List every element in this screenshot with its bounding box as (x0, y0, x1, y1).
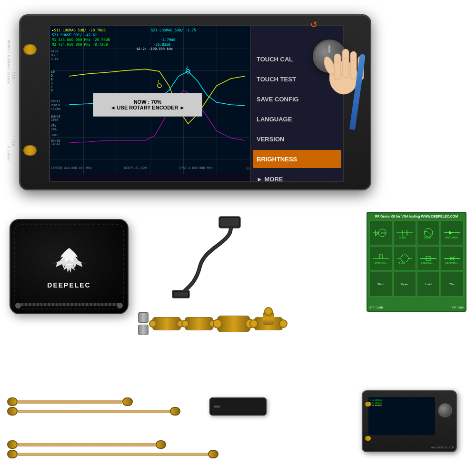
brightness-label: BRIGHTNESS (257, 156, 297, 163)
adapter-silver-2 (138, 325, 149, 335)
coax-cable-2 (7, 407, 180, 416)
rf-load-label: Load (425, 283, 431, 286)
rf-circuit-2: 5-33Ω (396, 226, 414, 239)
touch-cal-label: TOUCH CAL (257, 56, 293, 63)
rf-demo-kit: RF Demo Kit for VNA testing WWW.DEEPELEC… (367, 212, 471, 317)
svg-text:HP/500MHz: HP/500MHz (445, 262, 458, 265)
cable-1-left-connector (7, 397, 18, 406)
adapter-silver-group (138, 312, 149, 335)
deepelec-url: DEEPELEC.COM (124, 166, 147, 170)
svg-text:HP/S0.7MHz: HP/S0.7MHz (374, 262, 387, 265)
svg-text:5-33Ω: 5-33Ω (399, 236, 406, 239)
device-small-sma-bottom (365, 436, 371, 441)
rf-cell-9: Short (369, 272, 392, 297)
coax-cable-1 (7, 397, 133, 406)
rotary-instruction: ◄ USE ROTARY ENCODER ► (110, 105, 185, 110)
coax-cable-4 (7, 450, 218, 458)
cable-1-body (18, 400, 122, 404)
language-label: LANGUAGE (257, 116, 292, 123)
s11-info: ►S11 LOGMAG 5dB/ -20.78dB (52, 28, 106, 32)
version-label: VERSION (257, 136, 285, 143)
rf-circuit-4: SRF6.5MHz (443, 226, 461, 239)
rf-board-title: RF Demo Kit for VNA testing WWW.DEEPELEC… (369, 215, 464, 218)
center-freq: CENTER 434.000.000 MHz (51, 166, 92, 170)
cable-2-right-connector (170, 407, 180, 416)
menu-more[interactable]: ► MORE (253, 170, 341, 182)
port2-label: PORT 2 (7, 146, 10, 160)
adapter-silver-1 (138, 312, 149, 323)
usb-cable (157, 214, 252, 300)
case-body: DEEPELEC (10, 219, 129, 314)
device-small-knob (438, 403, 452, 417)
s11-label: S11 ↑ (12, 68, 15, 79)
coax-cable-3 (7, 440, 166, 449)
menu-version[interactable]: VERSION (253, 130, 341, 148)
cable-3-left-connector (7, 440, 18, 449)
device-small-screen: S11 LOGMAG S21 LOGMAG 433.860MHz (368, 397, 435, 435)
svg-rect-5 (334, 54, 341, 80)
rf-att10: ATT -10dB (369, 306, 383, 309)
rf-cell-8: HP/500MHz (441, 246, 464, 271)
rf-circuit-6: Smith (396, 252, 414, 265)
svg-rect-14 (220, 218, 239, 227)
rf-thru-label: Thru (449, 283, 455, 286)
rf-short-label: Short (377, 283, 384, 286)
case-eagle-icon (50, 244, 88, 278)
dongle-label: ■■■ (214, 405, 220, 408)
rf-labels-bottom: ATT -10dB ATT -3dB (369, 306, 464, 309)
rf-cell-2: 5-33Ω (393, 220, 416, 245)
svg-text:Smith: Smith (398, 262, 405, 265)
case-brand-text: DEEPELEC (47, 281, 90, 289)
svg-text:75Ω: 75Ω (381, 232, 387, 235)
rf-circuit-5: HP/S0.7MHz (372, 252, 390, 265)
carrying-case: DEEPELEC (10, 219, 138, 324)
rf-att3: ATT -3dB (452, 306, 464, 309)
sma-adapter-1 (152, 317, 181, 330)
rf-circuit-1: 75Ω (372, 226, 390, 239)
adapters-row (138, 305, 352, 343)
cable-2-left-connector (7, 407, 18, 416)
rf-cell-10: Open (393, 272, 416, 297)
t-adapter (254, 312, 283, 336)
rf-cell-7: LPF450MHz (417, 246, 440, 271)
case-zipper (18, 303, 120, 306)
rf-circuit-7: LPF450MHz (419, 252, 437, 265)
rf-open-label: Open (401, 283, 408, 286)
rf-cell-12: Thru (441, 272, 464, 297)
device-body: PORT1 POWER +1dBm PORT 2 S11 ↑ S21 ↓ (19, 14, 371, 190)
m2-info: M2 434.050 000 MHz -0.72dB (52, 42, 108, 47)
svg-text:1: 1 (157, 80, 159, 84)
svg-point-0 (158, 84, 161, 88)
s21-info: S21 PHASE 90°/ -42.6° (52, 33, 97, 37)
svg-text:LPF450MHz: LPF450MHz (421, 262, 435, 265)
screen-bottom-bar: CENTER 434.000.000 MHz DEEPELEC.COM SPAN… (51, 163, 250, 173)
rf-circuit-8: HP/500MHz (443, 252, 461, 265)
svg-text:SRF6.5MHz: SRF6.5MHz (445, 236, 458, 239)
sma-adapter-2 (185, 317, 213, 330)
accessories-section: DEEPELEC RF Dem (0, 209, 476, 390)
m1-info: M1 433.860 000 MHz -20.78dB (52, 38, 110, 42)
svg-point-24 (401, 255, 408, 262)
sma-top-connector (23, 44, 37, 55)
rf-cell-11: Load (417, 272, 440, 297)
svg-text:S21dB: S21dB (424, 236, 432, 239)
menu-brightness[interactable]: BRIGHTNESS (253, 150, 341, 168)
cable-4-right-connector (208, 450, 218, 458)
svg-rect-6 (342, 49, 349, 78)
val2-info: -26.83dB (153, 42, 170, 47)
rf-cell-3: S21dB (417, 220, 440, 245)
svg-rect-7 (350, 51, 357, 79)
rf-cell-5: HP/S0.7MHz (369, 246, 392, 271)
rf-board: RF Demo Kit for VNA testing WWW.DEEPELEC… (367, 212, 466, 312)
cable-3-right-connector (156, 440, 166, 449)
cable-2-body (18, 410, 170, 413)
rf-cell-4: SRF6.5MHz (441, 220, 464, 245)
s21-right-info: S21 LOGMAG 5dB/ -1.75 (151, 28, 196, 32)
val1-info: -1.79dB (160, 38, 176, 42)
rf-cell-1: 75Ω (369, 220, 392, 245)
sma-bottom-connector (23, 145, 37, 156)
rf-cell-6: Smith (393, 246, 416, 271)
device-section: PORT1 POWER +1dBm PORT 2 S11 ↑ S21 ↓ (5, 5, 471, 205)
cable-4-left-connector (7, 450, 18, 458)
screen-top-bar: ►S11 LOGMAG 5dB/ -20.78dB S21 PHASE 90°/… (51, 27, 250, 46)
